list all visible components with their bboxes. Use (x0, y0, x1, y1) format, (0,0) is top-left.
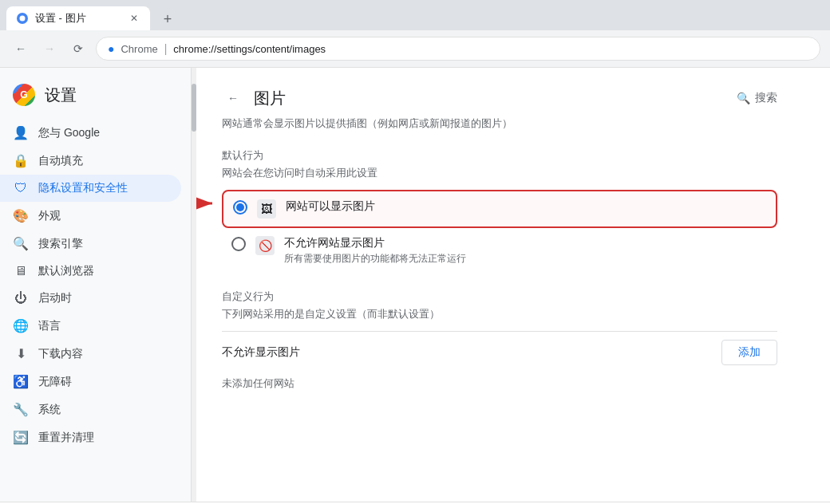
empty-list-message: 未添加任何网站 (222, 370, 777, 397)
sidebar-item-privacy[interactable]: 🛡 隐私设置和安全性 (0, 175, 181, 202)
nav-icon-system: 🔧 (13, 402, 29, 417)
tab-close-button[interactable]: ✕ (128, 12, 140, 25)
sidebar-item-lang[interactable]: 🌐 语言 (0, 312, 181, 340)
nav-label-startup: 启动时 (38, 291, 72, 305)
nav-label-system: 系统 (38, 403, 61, 417)
allow-radio-button[interactable] (233, 200, 247, 215)
sidebar-item-reset[interactable]: 🔄 重置并清理 (0, 423, 181, 451)
sidebar-item-autofill[interactable]: 🔒 自动填充 (0, 147, 181, 175)
page-search-button[interactable]: 🔍 搜索 (737, 91, 777, 105)
nav-icon-downloads: ⬇ (13, 346, 29, 361)
sidebar-item-search[interactable]: 🔍 搜索引擎 (0, 230, 181, 258)
custom-behavior-label: 自定义行为 (222, 289, 777, 304)
sidebar-item-accessibility[interactable]: ♿ 无障碍 (0, 368, 181, 396)
nav-icon-autofill: 🔒 (13, 153, 29, 168)
nav-bar: ← → ⟳ ● Chrome | chrome://settings/conte… (0, 30, 830, 68)
sidebar-item-browser[interactable]: 🖥 默认浏览器 (0, 258, 181, 285)
nav-label-search: 搜索引擎 (38, 237, 83, 251)
block-list-header: 不允许显示图片 添加 (222, 331, 777, 370)
nav-icon-browser: 🖥 (13, 264, 29, 278)
default-behavior-desc: 网站会在您访问时自动采用此设置 (222, 166, 777, 180)
nav-icon-google: 👤 (13, 125, 29, 140)
back-button[interactable]: ← (10, 37, 32, 60)
page-description: 网站通常会显示图片以提供插图（例如网店或新闻报道的图片） (222, 116, 777, 132)
block-images-text: 不允许网站显示图片 所有需要使用图片的功能都将无法正常运行 (284, 236, 768, 266)
address-icon: ● (108, 42, 114, 55)
sidebar-app-title: 设置 (45, 85, 77, 106)
sidebar-header: G 设置 (0, 77, 191, 119)
nav-label-downloads: 下载内容 (38, 347, 83, 361)
page-title: 图片 (254, 88, 286, 109)
allow-images-title: 网站可以显示图片 (286, 199, 766, 214)
nav-label-browser: 默认浏览器 (38, 264, 94, 278)
google-logo: G (13, 84, 35, 106)
tab-favicon (16, 12, 29, 25)
page-header: ← 图片 🔍 搜索 (222, 87, 777, 109)
nav-icon-startup: ⏻ (13, 291, 29, 305)
address-separator: | (164, 42, 168, 55)
allow-images-icon: 🖼 (257, 199, 276, 219)
address-source: Chrome (121, 43, 157, 55)
search-icon: 🔍 (737, 92, 750, 104)
svg-point-1 (20, 16, 26, 22)
address-bar[interactable]: ● Chrome | chrome://settings/content/ima… (96, 37, 820, 61)
default-behavior-label: 默认行为 (222, 148, 777, 163)
nav-icon-reset: 🔄 (13, 430, 29, 445)
sidebar-item-appearance[interactable]: 🎨 外观 (0, 202, 181, 230)
back-to-privacy-button[interactable]: ← (222, 87, 244, 109)
nav-label-lang: 语言 (38, 319, 61, 333)
new-tab-button[interactable]: + (156, 8, 179, 30)
active-tab[interactable]: 设置 - 图片 ✕ (6, 6, 150, 30)
settings-panel: ← 图片 🔍 搜索 网站通常会显示图片以提供插图（例如网店或新闻报道的图片） 默… (196, 68, 803, 416)
nav-icon-appearance: 🎨 (13, 208, 29, 223)
nav-label-accessibility: 无障碍 (38, 375, 72, 389)
nav-icon-lang: 🌐 (13, 318, 29, 333)
nav-label-google: 您与 Google (38, 126, 100, 140)
tab-bar: 设置 - 图片 ✕ + (0, 0, 830, 30)
page-search-label: 搜索 (755, 91, 777, 105)
nav-items: 👤 您与 Google 🔒 自动填充 🛡 隐私设置和安全性 🎨 外观 🔍 搜索引… (0, 119, 191, 451)
block-images-icon: 🚫 (255, 236, 275, 255)
block-images-desc: 所有需要使用图片的功能都将无法正常运行 (284, 252, 768, 266)
nav-label-privacy: 隐私设置和安全性 (38, 181, 128, 195)
sidebar-item-downloads[interactable]: ⬇ 下载内容 (0, 340, 181, 368)
block-images-title: 不允许网站显示图片 (284, 236, 768, 250)
nav-icon-accessibility: ♿ (13, 374, 29, 389)
nav-label-autofill: 自动填充 (38, 154, 83, 168)
address-url: chrome://settings/content/images (173, 43, 326, 55)
sidebar-item-system[interactable]: 🔧 系统 (0, 396, 181, 423)
forward-button[interactable]: → (38, 37, 61, 60)
block-list-title: 不允许显示图片 (222, 345, 300, 360)
custom-behavior-desc: 下列网站采用的是自定义设置（而非默认设置） (222, 307, 777, 321)
main-content: ← 图片 🔍 搜索 网站通常会显示图片以提供插图（例如网店或新闻报道的图片） 默… (196, 68, 830, 502)
sidebar: G 设置 👤 您与 Google 🔒 自动填充 🛡 隐私设置和安全性 🎨 外观 … (0, 68, 192, 502)
allow-images-text: 网站可以显示图片 (286, 199, 766, 215)
nav-label-reset: 重置并清理 (38, 431, 94, 445)
nav-icon-search: 🔍 (13, 236, 29, 251)
add-site-button[interactable]: 添加 (721, 340, 777, 365)
tab-title: 设置 - 图片 (35, 11, 121, 26)
block-images-option[interactable]: 🚫 不允许网站显示图片 所有需要使用图片的功能都将无法正常运行 (222, 228, 777, 274)
allow-images-option[interactable]: 🖼 网站可以显示图片 (222, 190, 777, 228)
nav-label-appearance: 外观 (38, 209, 61, 223)
nav-icon-privacy: 🛡 (13, 181, 29, 195)
sidebar-item-google[interactable]: 👤 您与 Google (0, 119, 181, 147)
allow-radio-inner (236, 203, 244, 211)
page-content: G 设置 👤 您与 Google 🔒 自动填充 🛡 隐私设置和安全性 🎨 外观 … (0, 68, 830, 502)
sidebar-item-startup[interactable]: ⏻ 启动时 (0, 285, 181, 312)
block-radio-button[interactable] (231, 237, 246, 251)
reload-button[interactable]: ⟳ (67, 37, 89, 60)
custom-behavior-section: 自定义行为 下列网站采用的是自定义设置（而非默认设置） 不允许显示图片 添加 未… (222, 289, 777, 397)
